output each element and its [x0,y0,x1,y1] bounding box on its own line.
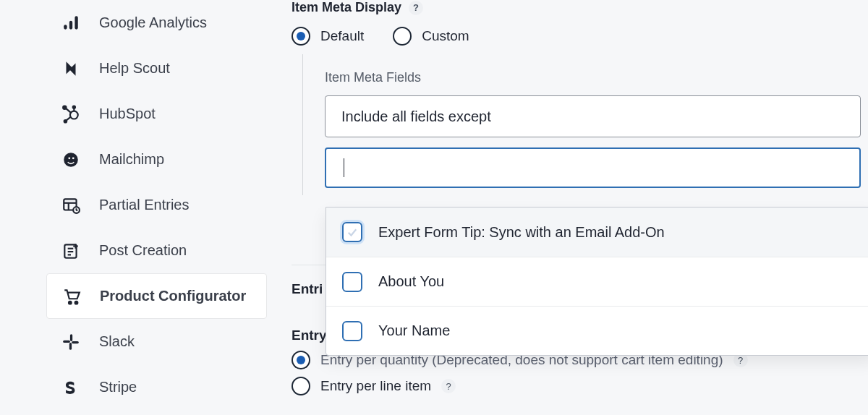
text-caret [344,158,344,177]
item-meta-fields-block: Item Meta Fields Include all fields exce… [302,54,868,195]
sidebar-item-mailchimp[interactable]: Mailchimp [46,137,267,182]
stripe-icon [61,377,81,398]
dropdown-option-label: Expert Form Tip: Sync with an Email Add-… [378,224,665,241]
item-meta-fields-label: Item Meta Fields [325,70,868,85]
svg-rect-27 [69,343,72,350]
radio-custom[interactable]: Custom [393,27,469,46]
radio-entry-per-line-item[interactable]: Entry per line item ? [292,377,868,395]
svg-point-3 [70,111,78,119]
sidebar-item-label: Post Creation [99,242,187,259]
dropdown-option[interactable]: Your Name [326,306,868,355]
svg-point-23 [69,301,72,304]
svg-rect-28 [72,341,79,343]
item-meta-display-title-row: Item Meta Display ? [292,0,868,15]
svg-point-9 [63,106,66,108]
helpscout-icon [61,59,81,79]
radio-icon [393,27,412,46]
cart-icon [61,286,82,307]
item-meta-display-options: Default Custom [292,27,868,46]
radio-icon [292,377,310,395]
help-icon[interactable]: ? [441,379,456,393]
radio-label: Custom [422,28,469,44]
sidebar-item-label: Partial Entries [99,197,190,213]
select-value: Include all fields except [341,108,491,125]
radio-default[interactable]: Default [292,27,364,46]
checkbox-icon[interactable] [342,222,362,242]
help-icon[interactable]: ? [409,1,423,15]
svg-point-5 [73,106,75,108]
mailchimp-icon [61,150,81,170]
svg-point-11 [68,157,70,159]
sidebar-item-label: Stripe [99,379,137,395]
svg-rect-2 [75,16,77,29]
svg-rect-1 [69,20,72,29]
radio-label: Default [320,28,364,44]
sidebar: Google Analytics Help Scout HubSpot Mail… [7,0,267,410]
sidebar-item-help-scout[interactable]: Help Scout [46,46,267,91]
entries-heading-partial: Entri [292,281,323,296]
sidebar-item-slack[interactable]: Slack [46,319,267,364]
svg-point-24 [75,301,78,304]
sidebar-item-label: Google Analytics [99,14,207,31]
svg-point-10 [64,153,78,167]
dropdown-option-label: About You [378,273,444,290]
sidebar-item-product-configurator[interactable]: Product Configurator [46,273,267,319]
checkbox-icon[interactable] [342,272,362,292]
sidebar-item-stripe[interactable]: Stripe [46,364,267,410]
sidebar-item-google-analytics[interactable]: Google Analytics [46,0,267,46]
svg-point-7 [64,120,67,122]
partial-entries-icon [61,195,81,215]
svg-point-12 [72,157,75,159]
post-creation-icon [61,241,81,261]
svg-rect-25 [70,334,72,341]
svg-rect-0 [64,25,67,29]
sidebar-item-hubspot[interactable]: HubSpot [46,91,267,137]
include-mode-select[interactable]: Include all fields except [325,95,861,137]
analytics-icon [61,13,81,33]
radio-label: Entry per line item [320,378,431,394]
sidebar-item-label: Slack [99,333,135,350]
sidebar-item-label: Help Scout [99,60,170,77]
sidebar-item-label: Mailchimp [99,151,164,168]
sidebar-item-label: HubSpot [99,106,156,122]
hubspot-icon [61,104,81,124]
dropdown-option[interactable]: Expert Form Tip: Sync with an Email Add-… [326,208,868,257]
sidebar-item-partial-entries[interactable]: Partial Entries [46,182,267,228]
sidebar-item-post-creation[interactable]: Post Creation [46,228,267,273]
slack-icon [61,332,81,352]
dropdown-option-label: Your Name [378,322,450,339]
radio-icon [292,351,310,369]
checkbox-icon[interactable] [342,321,362,341]
fields-multiselect-input[interactable] [325,147,861,188]
fields-dropdown[interactable]: Expert Form Tip: Sync with an Email Add-… [326,207,868,356]
dropdown-option[interactable]: About You [326,257,868,306]
sidebar-item-label: Product Configurator [100,288,246,304]
svg-rect-26 [63,340,70,342]
radio-icon [292,27,310,46]
entry-mode-radios: Entry per quantity (Deprecated, does not… [292,351,868,395]
entry-label-partial: Entry [292,328,327,343]
item-meta-display-title: Item Meta Display [292,0,401,15]
